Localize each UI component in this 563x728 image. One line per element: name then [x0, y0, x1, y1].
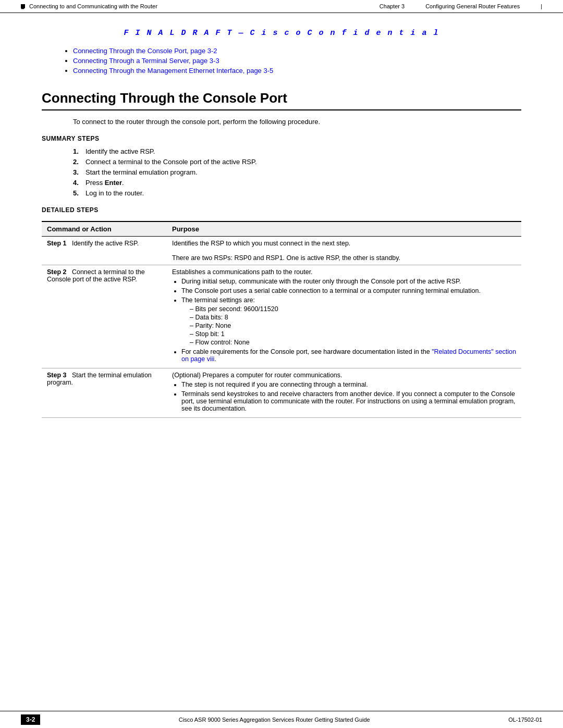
footer-doc-number: OL-17502-01: [508, 717, 542, 723]
step2-bullet-last: For cable requirements for the Console p…: [181, 348, 516, 363]
summary-steps-heading: SUMMARY STEPS: [42, 135, 521, 142]
intro-text: To connect to the router through the con…: [73, 118, 521, 126]
header-left: ■ Connecting to and Communicating with t…: [21, 3, 157, 9]
steps-table: Command or Action Purpose Step 1 Identif…: [42, 221, 521, 418]
toc-item-3[interactable]: Connecting Through the Management Ethern…: [73, 67, 521, 75]
step2-purpose: Establishes a communications path to the…: [167, 265, 521, 368]
toc-list: Connecting Through the Console Port, pag…: [42, 47, 521, 75]
header-icon: ■: [21, 4, 25, 8]
summary-steps-list: 1. Identify the active RSP. 2. Connect a…: [73, 147, 521, 197]
summary-step-1: 1. Identify the active RSP.: [73, 147, 521, 155]
page: ■ Connecting to and Communicating with t…: [0, 0, 563, 728]
page-header: ■ Connecting to and Communicating with t…: [0, 0, 563, 13]
step2-bullet-2: The Console port uses a serial cable con…: [181, 287, 516, 294]
toc-link-2[interactable]: Connecting Through a Terminal Server, pa…: [73, 57, 219, 65]
page-footer: 3-2 Cisco ASR 9000 Series Aggregation Se…: [0, 711, 563, 728]
step1-label: Step 1: [47, 240, 67, 247]
step2-bullet-1: During initial setup, communicate with t…: [181, 278, 516, 285]
summary-step-4: 4. Press Enter.: [73, 179, 521, 187]
step3-label: Step 3: [47, 372, 67, 379]
content-area: F I N A L D R A F T — C i s c o C o n f …: [0, 13, 563, 449]
step2-label: Step 2: [47, 268, 67, 276]
col-purpose: Purpose: [167, 221, 521, 237]
table-row: Step 1 Identify the active RSP. Identifi…: [42, 237, 521, 265]
toc-item-1[interactable]: Connecting Through the Console Port, pag…: [73, 47, 521, 55]
toc-link-3[interactable]: Connecting Through the Management Ethern…: [73, 67, 273, 75]
sub-bullet-1: Bits per second: 9600/11520: [190, 305, 516, 313]
sub-bullet-4: Stop bit: 1: [190, 330, 516, 338]
step2-bullets: During initial setup, communicate with t…: [172, 278, 516, 363]
header-section: Configuring General Router Features: [425, 3, 520, 9]
step3-bullet-1: The step is not required if you are conn…: [181, 381, 516, 388]
header-right: Chapter 3 Configuring General Router Fea…: [380, 3, 542, 9]
sub-bullet-5: Flow control: None: [190, 339, 516, 346]
toc-link-1[interactable]: Connecting Through the Console Port, pag…: [73, 47, 217, 55]
step3-bullets: The step is not required if you are conn…: [172, 381, 516, 412]
footer-title: Cisco ASR 9000 Series Aggregation Servic…: [51, 717, 498, 723]
step2-sub-bullets: Bits per second: 9600/11520 Data bits: 8…: [181, 305, 516, 346]
col-command: Command or Action: [42, 221, 167, 237]
summary-step-3: 3. Start the terminal emulation program.: [73, 168, 521, 176]
header-chapter: Chapter 3: [380, 3, 405, 9]
sub-bullet-2: Data bits: 8: [190, 314, 516, 321]
header-bar: |: [541, 3, 542, 9]
draft-title: F I N A L D R A F T — C i s c o C o n f …: [42, 29, 521, 38]
toc-item-2[interactable]: Connecting Through a Terminal Server, pa…: [73, 57, 521, 65]
step1-command: Identify the active RSP.: [72, 240, 139, 247]
main-heading: Connecting Through the Console Port: [42, 90, 521, 110]
table-row: Step 3 Start the terminal emulation prog…: [42, 368, 521, 418]
related-docs-link[interactable]: "Related Documents" section on page viii: [181, 348, 516, 363]
step2-bullet-3: The terminal settings are: Bits per seco…: [181, 297, 516, 346]
step1-purpose: Identifies the RSP to which you must con…: [167, 237, 521, 265]
page-number: 3-2: [21, 714, 40, 725]
table-row: Step 2 Connect a terminal to the Console…: [42, 265, 521, 368]
step3-bullet-2: Terminals send keystrokes to and receive…: [181, 390, 516, 412]
summary-step-2: 2. Connect a terminal to the Console por…: [73, 158, 521, 166]
header-left-text: Connecting to and Communicating with the…: [29, 3, 157, 9]
detailed-steps-heading: DETAILED STEPS: [42, 206, 521, 214]
sub-bullet-3: Parity: None: [190, 322, 516, 329]
summary-step-5: 5. Log in to the router.: [73, 189, 521, 197]
step3-purpose: (Optional) Prepares a computer for route…: [167, 368, 521, 418]
